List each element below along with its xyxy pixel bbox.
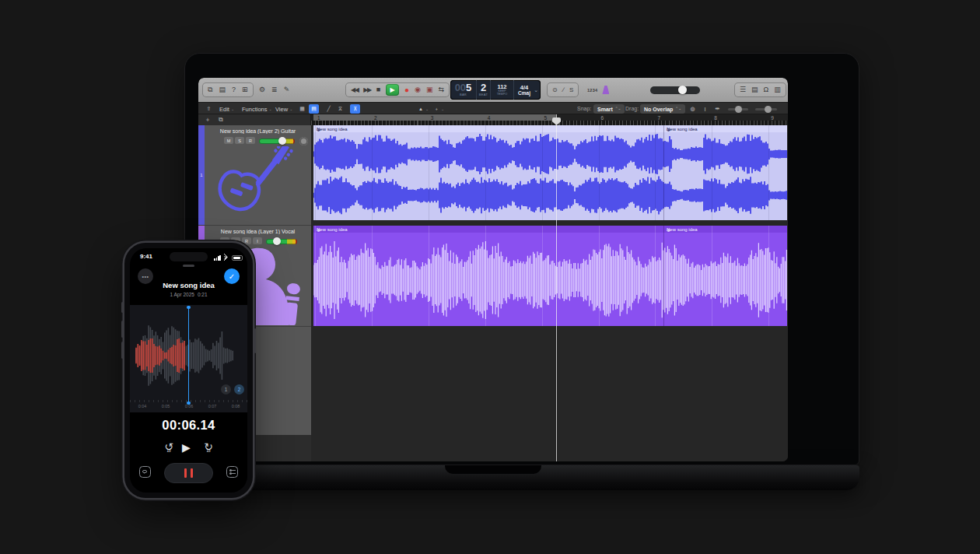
playback-controls: ↺15 ▶ ↻15 (130, 440, 247, 458)
quick-swipe-icon[interactable]: ∕ (563, 87, 564, 93)
record-enable-button[interactable]: R (246, 137, 255, 144)
automation-icon[interactable]: ╱ (324, 104, 334, 114)
bar-number: 6 (601, 115, 604, 121)
pointer-tool-menu[interactable]: ▲⌄ (418, 104, 429, 114)
pan-knob[interactable] (299, 137, 308, 146)
bar-number: 2 (374, 115, 377, 121)
recording-title: New song idea (130, 281, 247, 289)
volume-up-button (121, 321, 124, 338)
memo-playhead[interactable] (188, 307, 190, 403)
waveform-scrubber[interactable]: 1 2 0:040:050:060:070:08 (130, 305, 247, 412)
drag-dropdown[interactable]: No Overlap⌃⌄ (640, 104, 685, 114)
secondary-tool-menu[interactable]: ＋⌄ (434, 104, 444, 114)
track-volume-slider[interactable] (266, 239, 297, 244)
wifi-icon (222, 254, 229, 260)
waveform-zoom-icon[interactable]: ◍ (688, 104, 698, 114)
rewind-icon[interactable]: ◀◀ (351, 87, 358, 93)
pause-recording-button[interactable] (164, 463, 213, 483)
recording-date: 1 Apr 20250:21 (130, 292, 247, 297)
view-menu[interactable]: View⌄ (275, 104, 292, 114)
track-header-guitar[interactable]: 1 New song idea (Layer 2) Guitar M S R (198, 125, 311, 226)
tracks-workspace: ＋ ⧉ 123456789 1 New song idea (Layer 2) … (198, 114, 788, 461)
horizontal-zoom-knob[interactable] (765, 106, 772, 113)
media-browser-icon[interactable]: ▥ (774, 86, 781, 93)
lcd-key-section: 4/4 Cmaj (514, 80, 534, 100)
memo-tick-label: 0:05 (162, 404, 170, 408)
action-button (121, 302, 124, 313)
mixer-icon[interactable]: ≣ (271, 86, 278, 93)
pencil-icon[interactable]: ✎ (284, 86, 290, 93)
regions-view-icon[interactable]: ▤ (309, 104, 319, 114)
grid-view-icon[interactable]: ▦ (297, 104, 307, 114)
mute-button[interactable]: M (224, 137, 233, 144)
master-volume-knob[interactable] (678, 86, 687, 94)
master-volume-slider[interactable] (650, 86, 700, 94)
memo-play-button[interactable]: ▶ (182, 441, 191, 454)
track-volume-knob[interactable] (273, 237, 281, 245)
snap-dropdown[interactable]: Smart⌃⌄ (593, 104, 625, 114)
skip-forward-15-button[interactable]: ↻15 (202, 440, 215, 453)
apple-loops-icon[interactable]: Ω (764, 86, 769, 93)
status-bar-time: 9:41 (140, 253, 152, 260)
solo-mode-icon[interactable]: S (569, 87, 573, 93)
track-volume-slider[interactable] (259, 138, 295, 144)
layer-2-badge[interactable]: 2 (234, 384, 244, 394)
toolbar-config-icon[interactable]: ⊞ (242, 86, 248, 93)
playhead-line[interactable] (556, 114, 557, 461)
memo-tick-label: 0:07 (208, 404, 217, 408)
recording-options-icon[interactable] (226, 466, 238, 478)
flex-icon[interactable]: ⧖ (335, 104, 345, 114)
sheet-grabber[interactable] (183, 265, 194, 267)
marketing-scene: ⧉ ▤ ? ⊞ ⚙ ≣ ✎ ◀◀ ▶▶ ■ ▶ ● ◉ ▣ ⇆ (0, 0, 980, 554)
capture-recording-icon[interactable]: ◉ (415, 86, 421, 93)
cellular-signal-icon (214, 255, 221, 261)
nav-up-icon[interactable]: ⇧ (204, 104, 214, 114)
guitar-audio-region[interactable]: New song idea ⊕ New song idea ⊕ (313, 125, 787, 220)
catch-playhead-icon[interactable]: ⊼ (350, 104, 360, 114)
inspector-icon[interactable]: ▤ (219, 86, 226, 93)
edit-menu[interactable]: Edit⌄ (219, 104, 234, 114)
input-monitor-button[interactable]: I (253, 237, 262, 244)
duplicate-track-icon[interactable]: ⧉ (219, 117, 223, 123)
cycle-icon[interactable]: ⇆ (438, 86, 444, 93)
track-volume-knob[interactable] (278, 137, 286, 145)
ruler-highlight (313, 114, 556, 121)
macbook-notch (445, 465, 541, 474)
text-tool-icon[interactable]: I (700, 104, 710, 114)
fast-forward-icon[interactable]: ▶▶ (363, 87, 370, 93)
bar-number: 8 (714, 115, 717, 121)
note-pads-icon[interactable]: ▤ (751, 86, 758, 93)
transcript-icon[interactable] (139, 466, 151, 478)
tuner-icon[interactable]: ⊙ (552, 87, 558, 93)
browsers-icon[interactable]: ⧉ (208, 86, 212, 93)
skip-back-15-button[interactable]: ↺15 (163, 440, 175, 453)
record-icon[interactable]: ● (404, 86, 409, 94)
metronome-icon[interactable] (602, 86, 609, 94)
bar-number: 9 (771, 115, 774, 121)
solo-button[interactable]: S (235, 137, 244, 144)
view-toggle-group: ⧉ ▤ ? ⊞ (202, 82, 254, 97)
list-editors-icon[interactable]: ☰ (740, 86, 746, 93)
quick-help-icon[interactable]: ? (232, 86, 236, 93)
memo-tick-label: 0:04 (138, 404, 147, 408)
replace-icon[interactable]: ▣ (426, 86, 433, 93)
bar-number: 4 (488, 115, 491, 121)
iphone-screen: 9:41 ••• ✓ New song idea 1 Apr 20250:21 … (130, 248, 247, 493)
bar-ruler[interactable]: 123456789 (311, 114, 788, 125)
add-track-icon[interactable]: ＋ (205, 117, 211, 123)
play-button[interactable]: ▶ (386, 84, 399, 96)
functions-menu[interactable]: Functions⌄ (242, 104, 272, 114)
vertical-zoom-knob[interactable] (735, 106, 742, 113)
layer-1-badge[interactable]: 1 (221, 384, 231, 394)
settings-icon[interactable]: ⚙ (259, 86, 265, 93)
vocal-audio-region[interactable]: New song idea ⊕ New song idea ⊕ (313, 226, 787, 326)
collapse-icon[interactable]: ⇹ (712, 104, 723, 114)
stop-icon[interactable]: ■ (376, 86, 380, 93)
lcd-beat-section: 2 BEAT (477, 80, 491, 100)
tracks-area: New song idea ⊕ New song idea ⊕ New song… (311, 125, 788, 461)
lcd-display[interactable]: 005 BAR 2 BEAT 112 KEEP TEMPO 4/4 Cmaj ⌄ (450, 80, 541, 100)
lcd-chevron-icon[interactable]: ⌄ (534, 87, 538, 93)
record-enable-button[interactable]: R (242, 237, 251, 244)
count-in-icon[interactable]: 1234 (587, 88, 597, 93)
lcd-tempo-section: 112 KEEP TEMPO (491, 80, 514, 100)
